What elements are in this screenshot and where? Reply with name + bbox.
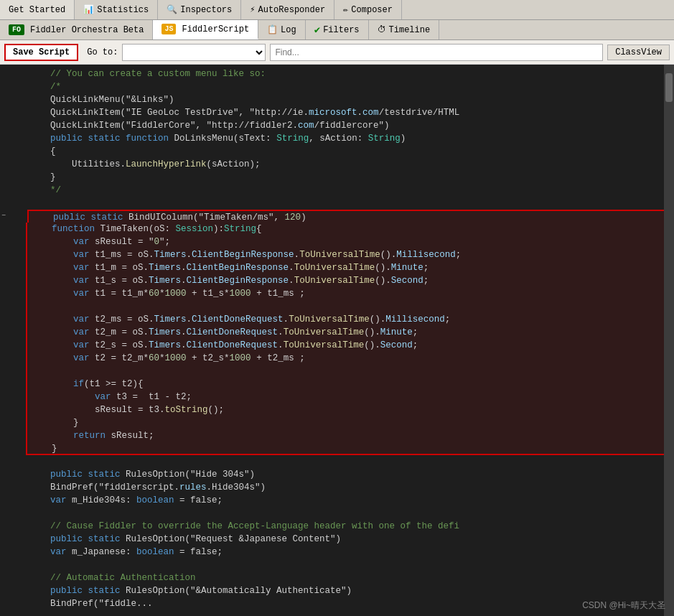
timeline-icon: ⏱ (378, 24, 386, 35)
fiddler-orchestra-label: Fiddler Orchestra Beta (30, 25, 144, 35)
composer-icon: ✏️ (343, 4, 348, 15)
code-line: } (26, 416, 664, 429)
code-area[interactable]: // You can create a custom menu like so:… (26, 65, 664, 616)
line-number (0, 481, 20, 494)
line-number (0, 80, 20, 93)
code-line: var sResult = "0"; (26, 235, 664, 248)
tab-statistics[interactable]: 📊 Statistics (75, 0, 158, 19)
code-line (26, 455, 664, 468)
line-number (0, 119, 20, 132)
code-line: // You can create a custom menu like so: (26, 67, 664, 80)
line-number (0, 300, 20, 313)
save-script-button[interactable]: Save Script (4, 44, 78, 61)
find-input[interactable] (270, 44, 603, 61)
fo-badge: FO (9, 24, 24, 35)
line-number (0, 584, 20, 597)
line-numbers: − (0, 65, 26, 616)
line-number (0, 468, 20, 481)
code-line: BindPref("fiddlerscript.rules.Hide304s") (26, 481, 664, 494)
code-line: var t1_m = oS.Timers.ClientBeginResponse… (26, 261, 664, 274)
tab-fiddlerscript[interactable]: JS FiddlerScript (153, 20, 258, 39)
log-label: Log (281, 25, 296, 35)
line-number (0, 106, 20, 119)
code-line: var t1 = t1_m*60*1000 + t1_s*1000 + t1_m… (26, 287, 664, 300)
code-line: // Cause Fiddler to override the Accept-… (26, 520, 664, 533)
inspectors-icon: 🔍 (167, 4, 177, 15)
code-line: var t2_ms = oS.Timers.ClientDoneRequest.… (26, 313, 664, 326)
vertical-scrollbar[interactable] (664, 65, 674, 616)
code-line: return sResult; (26, 429, 664, 442)
tab-log[interactable]: 📋 Log (258, 20, 306, 39)
tab-bar-second: FO Fiddler Orchestra Beta JS FiddlerScri… (0, 20, 674, 40)
code-line: public static RulesOption("&Automaticall… (26, 584, 664, 597)
tab-filters[interactable]: ✔ Filters (306, 20, 369, 39)
line-number (0, 403, 20, 416)
tab-get-started[interactable]: Get Started (0, 0, 75, 19)
code-line: { (26, 145, 664, 158)
goto-select[interactable] (122, 44, 266, 61)
code-line: var m_Hide304s: boolean = false; (26, 494, 664, 507)
line-number (0, 378, 20, 391)
code-line: */ (26, 184, 664, 197)
line-number (0, 235, 20, 248)
classview-button[interactable]: ClassView (607, 45, 670, 60)
code-line (26, 559, 664, 571)
tab-inspectors[interactable]: 🔍 Inspectors (158, 0, 241, 19)
line-number (0, 287, 20, 300)
line-number (0, 171, 20, 184)
goto-label: Go to: (87, 47, 118, 57)
code-line: var t2_m = oS.Timers.ClientDoneRequest.T… (26, 326, 664, 339)
code-line: public static RulesOption("Hide 304s") (26, 468, 664, 481)
code-line (26, 365, 664, 378)
get-started-label: Get Started (9, 5, 65, 15)
code-line: var t1_ms = oS.Timers.ClientBeginRespons… (26, 248, 664, 261)
filters-check-icon: ✔ (314, 24, 320, 36)
line-number (0, 365, 20, 378)
line-number (0, 326, 20, 339)
line-number (0, 559, 20, 571)
code-line: public static function DoLinksMenu(sText… (26, 132, 664, 145)
line-number (0, 429, 20, 442)
tab-composer[interactable]: ✏️ Composer (334, 0, 402, 19)
tab-timeline[interactable]: ⏱ Timeline (369, 20, 440, 39)
line-number: − (0, 210, 20, 223)
statistics-icon: 📊 (83, 4, 94, 15)
line-number (0, 274, 20, 287)
inspectors-label: Inspectors (180, 5, 232, 15)
line-number (0, 339, 20, 352)
line-number (0, 442, 20, 455)
statistics-label: Statistics (97, 5, 149, 15)
scrollbar-thumb[interactable] (665, 73, 673, 102)
code-line: function TimeTaken(oS: Session):String{ (26, 223, 664, 235)
line-number (0, 597, 20, 610)
code-line: var t1_s = oS.Timers.ClientBeginResponse… (26, 274, 664, 287)
code-line: QuickLinkItem("IE GeoLoc TestDrive", "ht… (26, 106, 664, 119)
line-number (0, 533, 20, 546)
code-line: var m_Japanese: boolean = false; (26, 546, 664, 559)
tab-autoresponder[interactable]: ⚡ AutoResponder (241, 0, 334, 19)
line-number (0, 145, 20, 158)
watermark: CSDN @Hi~晴天大圣 (582, 599, 665, 612)
line-number (0, 494, 20, 507)
line-number (0, 391, 20, 403)
line-number (0, 352, 20, 365)
line-number (0, 93, 20, 106)
autoresponder-icon: ⚡ (250, 4, 255, 15)
line-number (0, 223, 20, 235)
line-number (0, 416, 20, 429)
code-container: − // You can create a custom menu like s… (0, 65, 674, 616)
fiddlerscript-label: FiddlerScript (182, 24, 249, 34)
code-line (26, 197, 664, 210)
line-number (0, 313, 20, 326)
line-number (0, 197, 20, 210)
line-number (0, 571, 20, 584)
code-line (26, 300, 664, 313)
line-number (0, 67, 20, 80)
code-line: QuickLinkMenu("&Links") (26, 93, 664, 106)
code-line: QuickLinkItem("FiddlerCore", "http://fid… (26, 119, 664, 132)
toolbar: Save Script Go to: ClassView (0, 40, 674, 65)
code-line: public static RulesOption("Request &Japa… (26, 533, 664, 546)
code-line: /* (26, 80, 664, 93)
timeline-label: Timeline (389, 25, 431, 35)
tab-fiddler-orchestra[interactable]: FO Fiddler Orchestra Beta (0, 20, 153, 39)
